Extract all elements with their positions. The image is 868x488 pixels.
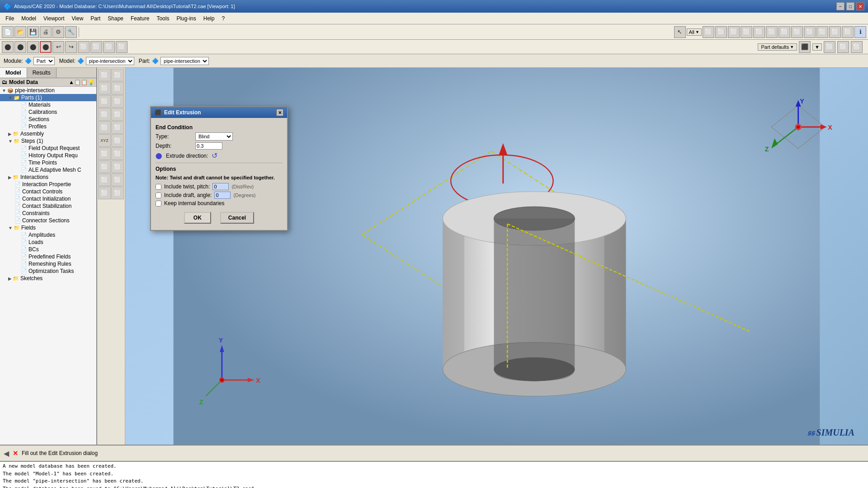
tree-item-steps[interactable]: ▼📁Steps (1) <box>0 137 96 145</box>
tree-icon2[interactable]: 📋 <box>81 79 88 85</box>
icontb-16[interactable]: ⬜ <box>98 174 111 186</box>
viewport[interactable]: Y X Z Y X <box>125 68 868 445</box>
model-select[interactable]: pipe-intersection <box>86 57 134 65</box>
tree-icon3[interactable]: 💡 <box>88 79 94 85</box>
tb2-3[interactable]: ⬤ <box>27 41 39 53</box>
tb-r4[interactable]: ⬜ <box>741 26 752 38</box>
tree-item-contact-init[interactable]: 📄Contact Initialization <box>0 195 96 202</box>
draft-checkbox[interactable] <box>156 192 161 198</box>
tb2-view1[interactable]: ⬛ <box>799 41 811 53</box>
icontb-6[interactable]: ⬜ <box>111 95 124 108</box>
tab-model[interactable]: Model <box>0 68 27 78</box>
type-select[interactable]: Blind Through All Symmetric <box>195 132 233 141</box>
tree-item-constraints[interactable]: 📄Constraints <box>0 210 96 217</box>
tree-item-fields[interactable]: ▼📁Fields <box>0 224 96 231</box>
menu-viewport[interactable]: Viewport <box>40 14 68 23</box>
toolbar-save[interactable]: 💾 <box>27 26 39 38</box>
menu-view[interactable]: View <box>68 14 87 23</box>
tb2-10[interactable]: ⬜ <box>837 41 849 53</box>
menu-model[interactable]: Model <box>18 14 40 23</box>
tb2-6[interactable]: ⬜ <box>90 41 102 53</box>
boundaries-checkbox[interactable] <box>156 201 161 206</box>
icontb-4[interactable]: ⬜ <box>111 82 124 94</box>
tree-item-calibrations[interactable]: 📄Calibrations <box>0 108 96 116</box>
tb2-4[interactable]: ⬤ <box>40 41 52 53</box>
tree-item-pipe-intersection[interactable]: ▼📦pipe-intersection <box>0 87 96 94</box>
toolbar-print[interactable]: 🖨 <box>40 26 52 38</box>
tb-r9[interactable]: ⬜ <box>804 26 816 38</box>
tb-r8[interactable]: ⬜ <box>791 26 803 38</box>
tree-item-connector-sections[interactable]: 📄Connector Sections <box>0 217 96 224</box>
tree-item-assembly[interactable]: ▶📁Assembly <box>0 130 96 137</box>
select-filter[interactable]: All ▼ <box>687 28 702 36</box>
icontb-17[interactable]: ⬜ <box>111 174 124 186</box>
icontb-xyz[interactable]: XYZ <box>98 134 111 147</box>
module-select[interactable]: Part <box>33 57 55 65</box>
toolbar-new[interactable]: 📄 <box>2 26 14 38</box>
menu-file[interactable]: File <box>2 14 18 23</box>
icontb-18[interactable]: ⬜ <box>98 187 111 199</box>
edit-extrusion-dialog[interactable]: ⬛ Edit Extrusion ✕ End Condition Type: B… <box>150 106 288 231</box>
tb2-8[interactable]: ⬜ <box>116 41 127 53</box>
extrude-dir-action[interactable]: ↺ <box>212 151 217 160</box>
tree-item-interactions[interactable]: ▶📁Interactions <box>0 174 96 181</box>
tb-r10[interactable]: ⬜ <box>816 26 828 38</box>
draft-input[interactable] <box>214 192 231 199</box>
icontb-10[interactable]: ⬜ <box>111 121 124 134</box>
icontb-15[interactable]: ⬜ <box>111 160 124 173</box>
icontb-11[interactable]: ⬜ <box>111 134 124 147</box>
icontb-13[interactable]: ⬜ <box>111 147 124 160</box>
icontb-19[interactable]: ⬜ <box>111 187 124 199</box>
part-select[interactable]: pipe-intersection <box>160 57 209 65</box>
tb2-7[interactable]: ⬜ <box>103 41 115 53</box>
tree-item-parts[interactable]: ▼📁Parts (1) <box>0 94 96 101</box>
back-btn[interactable]: ◀ <box>4 449 9 458</box>
tree-item-materials[interactable]: 📄Materials <box>0 101 96 108</box>
tree-item-amplitudes[interactable]: 📄Amplitudes <box>0 231 96 239</box>
maximize-btn[interactable]: □ <box>846 2 854 10</box>
tree-item-time-points[interactable]: 📄Time Points <box>0 159 96 166</box>
tb2-1[interactable]: ⬤ <box>2 41 14 53</box>
tb-info[interactable]: ℹ <box>854 26 866 38</box>
tree-icon1[interactable]: 📋 <box>74 79 81 85</box>
menu-plugins[interactable]: Plug-ins <box>173 14 199 23</box>
twist-input[interactable] <box>212 183 229 190</box>
part-defaults-select[interactable]: Part defaults ▼ <box>758 43 797 51</box>
menu-part[interactable]: Part <box>87 14 104 23</box>
menu-shape[interactable]: Shape <box>104 14 127 23</box>
icontb-7[interactable]: ⬜ <box>98 108 111 121</box>
icontb-5[interactable]: ⬜ <box>98 95 111 108</box>
tb2-undo[interactable]: ↩ <box>52 41 64 53</box>
tree-item-optimization-tasks[interactable]: 📄Optimization Tasks <box>0 267 96 275</box>
cancel-button[interactable]: Cancel <box>220 212 254 224</box>
tb2-5[interactable]: ⬜ <box>78 41 90 53</box>
tb2-9[interactable]: ⬜ <box>824 41 835 53</box>
tb2-redo[interactable]: ↪ <box>65 41 77 53</box>
stop-btn[interactable]: ✕ <box>13 450 18 457</box>
minimize-btn[interactable]: − <box>836 2 844 10</box>
tb-r11[interactable]: ⬜ <box>829 26 841 38</box>
tb2-11[interactable]: ⬜ <box>851 41 863 53</box>
tree-item-contact-stab[interactable]: 📄Contact Stabilization <box>0 202 96 210</box>
tb-r5[interactable]: ⬜ <box>753 26 765 38</box>
toolbar-open[interactable]: 📂 <box>14 26 26 38</box>
tb2-2[interactable]: ⬤ <box>14 41 26 53</box>
tb-r12[interactable]: ⬜ <box>842 26 854 38</box>
menu-tools[interactable]: Tools <box>153 14 173 23</box>
icontb-9[interactable]: ⬜ <box>98 121 111 134</box>
tree-item-loads[interactable]: 📄Loads <box>0 239 96 246</box>
toolbar-select[interactable]: ↖ <box>674 26 686 38</box>
depth-input[interactable] <box>195 142 222 150</box>
tree-item-predefined-fields[interactable]: 📄Predefined Fields <box>0 253 96 260</box>
tree-item-profiles[interactable]: 📄Profiles <box>0 123 96 130</box>
tb-r3[interactable]: ⬜ <box>728 26 740 38</box>
tree-item-contact-controls[interactable]: 📄Contact Controls <box>0 188 96 195</box>
toolbar-settings[interactable]: ⚙ <box>52 26 64 38</box>
tb-r2[interactable]: ⬜ <box>715 26 727 38</box>
twist-checkbox[interactable] <box>156 184 161 190</box>
icontb-8[interactable]: ⬜ <box>111 108 124 121</box>
tab-results[interactable]: Results <box>27 68 57 78</box>
tree-item-interaction-props[interactable]: 📄Interaction Propertie <box>0 181 96 188</box>
tb-r7[interactable]: ⬜ <box>778 26 790 38</box>
tb-r6[interactable]: ⬜ <box>766 26 778 38</box>
